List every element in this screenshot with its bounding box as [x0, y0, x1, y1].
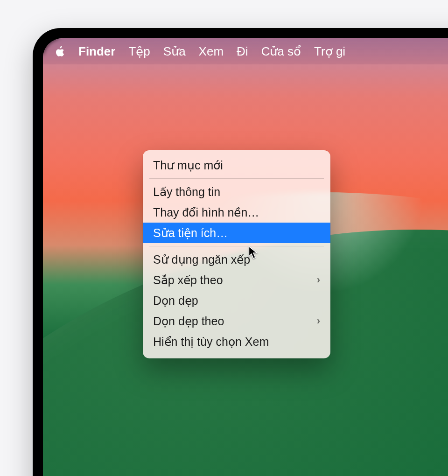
menu-item-label: Sử dụng ngăn xếp — [153, 253, 250, 266]
menu-item-label: Lấy thông tin — [153, 185, 220, 199]
menu-item-label: Dọn dẹp theo — [153, 315, 224, 328]
menubar: Finder Tệp Sửa Xem Đi Cửa sổ Trợ gi — [43, 38, 448, 64]
menu-item-label: Thư mục mới — [153, 159, 223, 172]
menu-item-sort-by[interactable]: Sắp xếp theo › — [143, 270, 330, 290]
desktop-context-menu: Thư mục mới Lấy thông tin Thay đổi hình … — [143, 150, 330, 358]
menu-item-label: Sửa tiện ích… — [153, 226, 228, 240]
menubar-item-file[interactable]: Tệp — [128, 44, 150, 59]
menu-item-edit-widgets[interactable]: Sửa tiện ích… — [143, 223, 330, 243]
menubar-item-view[interactable]: Xem — [199, 44, 224, 59]
menubar-item-go[interactable]: Đi — [237, 44, 248, 59]
menu-item-label: Hiển thị tùy chọn Xem — [153, 335, 269, 349]
menu-item-show-view-options[interactable]: Hiển thị tùy chọn Xem — [143, 331, 330, 352]
menu-item-change-wallpaper[interactable]: Thay đổi hình nền… — [143, 202, 330, 223]
menu-item-use-stacks[interactable]: Sử dụng ngăn xếp — [143, 249, 330, 270]
screen: Finder Tệp Sửa Xem Đi Cửa sổ Trợ gi Thư … — [43, 38, 448, 476]
apple-menu-icon[interactable] — [54, 45, 65, 58]
chevron-right-icon: › — [317, 274, 320, 286]
menu-item-label: Dọn dẹp — [153, 294, 198, 308]
menu-item-new-folder[interactable]: Thư mục mới — [143, 155, 330, 175]
chevron-right-icon: › — [317, 315, 320, 327]
menu-item-get-info[interactable]: Lấy thông tin — [143, 182, 330, 202]
menu-separator — [149, 246, 324, 246]
menu-item-label: Sắp xếp theo — [153, 273, 223, 287]
menubar-item-help[interactable]: Trợ gi — [314, 44, 345, 59]
menu-separator — [149, 178, 324, 179]
menubar-item-edit[interactable]: Sửa — [163, 44, 186, 59]
device-frame: Finder Tệp Sửa Xem Đi Cửa sổ Trợ gi Thư … — [33, 28, 448, 476]
menu-item-label: Thay đổi hình nền… — [153, 206, 259, 219]
menubar-app-name[interactable]: Finder — [78, 44, 115, 59]
menu-item-clean-up-by[interactable]: Dọn dẹp theo › — [143, 311, 330, 331]
menubar-item-window[interactable]: Cửa sổ — [261, 44, 301, 59]
menu-item-clean-up[interactable]: Dọn dẹp — [143, 290, 330, 311]
